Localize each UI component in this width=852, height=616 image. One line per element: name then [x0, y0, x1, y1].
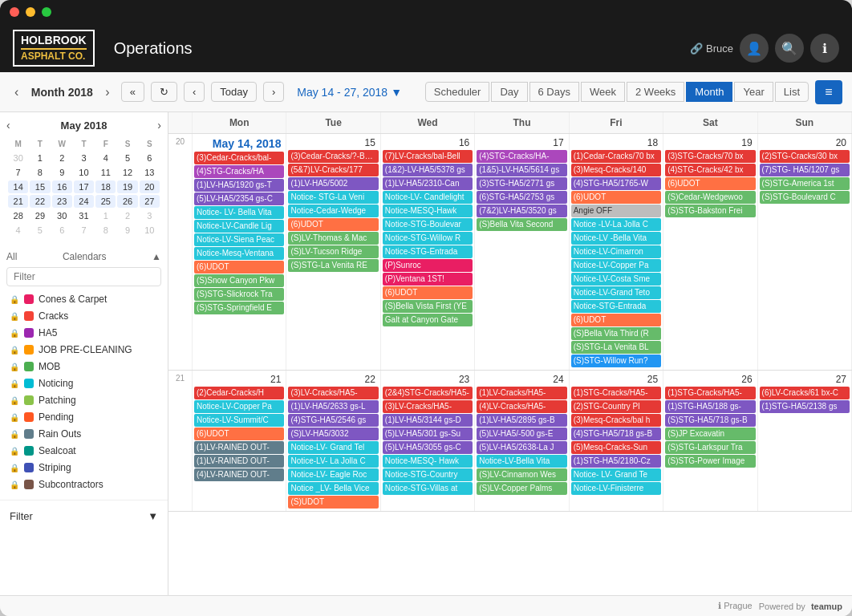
event[interactable]: Notice-LV-Copper Pa [571, 259, 661, 272]
event[interactable]: (S)STG-Slickrock Tra [194, 288, 284, 301]
today-button[interactable]: Today [211, 82, 257, 102]
event[interactable]: (4)LV-Cracks/HA5- [477, 400, 566, 413]
event[interactable]: (4)STG-HA5/1765-W [571, 177, 661, 190]
event[interactable]: Notice-LV-Finisterre [571, 482, 661, 495]
close-dot[interactable] [10, 7, 19, 17]
event[interactable]: (6)UDOT [383, 286, 473, 299]
event[interactable]: (3)Mesq-Cracks/bal h [571, 414, 661, 427]
event[interactable]: Notice-LV-Candle Lig [194, 220, 284, 233]
mini-cal-day[interactable]: 25 [95, 195, 116, 208]
cal-nav-next-button[interactable]: › [263, 82, 284, 102]
calendar-item-sealcoat[interactable]: 🔒Sealcoat [6, 443, 161, 459]
event[interactable]: Notice- STG-La Veni [288, 191, 378, 204]
event[interactable]: (S)STG-Springfield E [194, 302, 284, 314]
event[interactable]: (4)STG-Cracks/42 bx [665, 164, 755, 176]
mini-cal-day[interactable]: 7 [8, 166, 28, 179]
calendar-cell-may23[interactable]: 23 (2&4)STG-Cracks/HA5- (3)LV-Cracks/HA5… [381, 371, 475, 511]
calendar-item-job-pre-cleaning[interactable]: 🔒JOB PRE-CLEANING [6, 342, 161, 358]
six-days-view-button[interactable]: 6 Days [529, 82, 579, 102]
mini-cal-day[interactable]: 8 [95, 224, 116, 237]
filter-button[interactable]: Filter ▼ [6, 507, 161, 525]
mini-cal-day[interactable]: 28 [8, 209, 28, 222]
event[interactable]: Notice-MESQ-Hawk [383, 205, 473, 217]
calendar-cell-may25[interactable]: 25 (1)STG-Cracks/HA5- (2)STG-Country Pl … [570, 371, 663, 511]
mini-cal-day[interactable]: 9 [117, 224, 137, 237]
day-view-button[interactable]: Day [491, 82, 527, 102]
event[interactable]: (5&7)LV-Cracks/177 [288, 164, 378, 176]
event[interactable]: (1)STG-HA5/2138 gs [760, 400, 850, 413]
event[interactable]: (S)Bella Vita Third (R [571, 327, 661, 340]
event[interactable]: Notice-LV- La Jolla C [288, 455, 378, 468]
calendar-filter-input[interactable] [6, 267, 161, 286]
calendar-cell-may18[interactable]: 18 (1)Cedar-Cracks/70 bx (3)Mesq-Cracks/… [570, 134, 663, 370]
calendar-item-cones-&-carpet[interactable]: 🔒Cones & Carpet [6, 291, 161, 307]
hamburger-menu-button[interactable]: ≡ [815, 80, 842, 104]
mini-cal-day[interactable]: 1 [95, 209, 116, 222]
event[interactable]: Notice- LV- Bella Vita [194, 206, 284, 219]
event[interactable]: Notice-MESQ- Hawk [383, 455, 473, 468]
event[interactable]: Notice _LV- Bella Vice [288, 482, 378, 495]
event[interactable]: (6)UDOT [194, 428, 284, 440]
event[interactable]: (1&2)-LV-HA5/5378 gs [383, 164, 473, 176]
event[interactable]: (3)Cedar-Cracks/bal- [194, 152, 284, 164]
event[interactable]: (1)LV-HA5/2633 gs-L [288, 400, 378, 413]
event[interactable]: Notice-STG-Boulevar [383, 218, 473, 231]
event[interactable]: (1)LV-Cracks/HA5- [477, 387, 566, 399]
mini-cal-day[interactable]: 2 [117, 209, 137, 222]
calendar-item-rain-outs[interactable]: 🔒Rain Outs [6, 426, 161, 442]
event[interactable]: (3)STG-Cracks/70 bx [665, 150, 755, 163]
prev-month-button[interactable]: ‹ [10, 83, 23, 101]
calendar-cell-may20[interactable]: 20 (2)STG-Cracks/30 bx (7)STG- HA5/1207 … [758, 134, 852, 370]
event[interactable]: (4)LV-RAINED OUT- [194, 468, 284, 481]
two-weeks-view-button[interactable]: 2 Weeks [627, 82, 684, 102]
event[interactable]: Notice-Mesq-Ventana [194, 247, 284, 260]
event[interactable]: (1)LV-RAINED OUT- [194, 441, 284, 454]
event[interactable]: Notice-STG-Villas at [383, 482, 473, 495]
event[interactable]: (S)STG-Willow Run? [571, 355, 661, 367]
event[interactable]: Notice-STG-Willow R [383, 232, 473, 245]
mini-cal-day[interactable]: 21 [8, 195, 28, 208]
event[interactable]: (S)Bella Vista First (YE [383, 300, 473, 313]
event[interactable]: (S)UDOT [288, 496, 378, 509]
event[interactable]: (S)LV-Cinnamon Wes [477, 468, 566, 481]
event[interactable]: (1)STG-HA5/188 gs- [665, 400, 755, 413]
event[interactable]: (5)Mesq-Cracks-Sun [571, 441, 661, 454]
calendar-item-pending[interactable]: 🔒Pending [6, 409, 161, 425]
event[interactable]: (S)Snow Canyon Pkw [194, 274, 284, 287]
mini-cal-day[interactable]: 23 [52, 195, 72, 208]
mini-cal-day[interactable]: 30 [52, 209, 72, 222]
event[interactable]: (1)STG-HA5/2180-Cz [571, 455, 661, 468]
year-view-button[interactable]: Year [734, 82, 773, 102]
event[interactable]: (S)STG-Larkspur Tra [665, 441, 755, 454]
event[interactable]: (6)UDOT [665, 177, 755, 190]
event[interactable]: (P)Ventana 1ST! [383, 273, 473, 286]
event[interactable]: (1)STG-Cracks/HA5- [571, 387, 661, 399]
mini-cal-day[interactable]: 5 [30, 224, 50, 237]
event[interactable]: (S)JP Excavatin [665, 428, 755, 440]
event[interactable]: (5)LV-HA5/2638-La J [477, 441, 566, 454]
calendar-item-subcontractors[interactable]: 🔒Subcontractors [6, 476, 161, 492]
user-link[interactable]: 🔗 Bruce [690, 43, 733, 55]
event[interactable]: (1&5)-LV-HA5/5614 gs [477, 164, 566, 176]
calendars-collapse-icon[interactable]: ▲ [152, 251, 161, 262]
mini-cal-day[interactable]: 4 [8, 224, 28, 237]
event[interactable]: (S)Cedar-Wedgewoo [665, 191, 755, 204]
calendar-item-mob[interactable]: 🔒MOB [6, 359, 161, 375]
event[interactable]: (3)LV-Cracks/HA5- [288, 387, 378, 399]
mini-cal-day[interactable]: 26 [117, 195, 137, 208]
mini-cal-day[interactable]: 22 [30, 195, 50, 208]
event[interactable]: (4)STG-Cracks/HA [194, 165, 284, 178]
mini-cal-day[interactable]: 18 [95, 180, 116, 193]
mini-cal-day[interactable]: 14 [8, 180, 28, 193]
mini-cal-day[interactable]: 1 [30, 152, 50, 164]
mini-cal-day[interactable]: 5 [117, 152, 137, 164]
mini-cal-day[interactable]: 10 [74, 166, 94, 179]
event[interactable]: Notice-LV-Grand Teto [571, 286, 661, 299]
mini-cal-day[interactable]: 15 [30, 180, 50, 193]
event[interactable]: (S)LV-Copper Palms [477, 482, 566, 495]
month-view-button[interactable]: Month [686, 82, 732, 102]
event[interactable]: Galt at Canyon Gate [383, 314, 473, 326]
event[interactable]: Notice-LV- Candlelight [383, 191, 473, 204]
event[interactable]: (S)LV-Tucson Ridge [288, 245, 378, 258]
next-month-button[interactable]: › [100, 83, 114, 101]
